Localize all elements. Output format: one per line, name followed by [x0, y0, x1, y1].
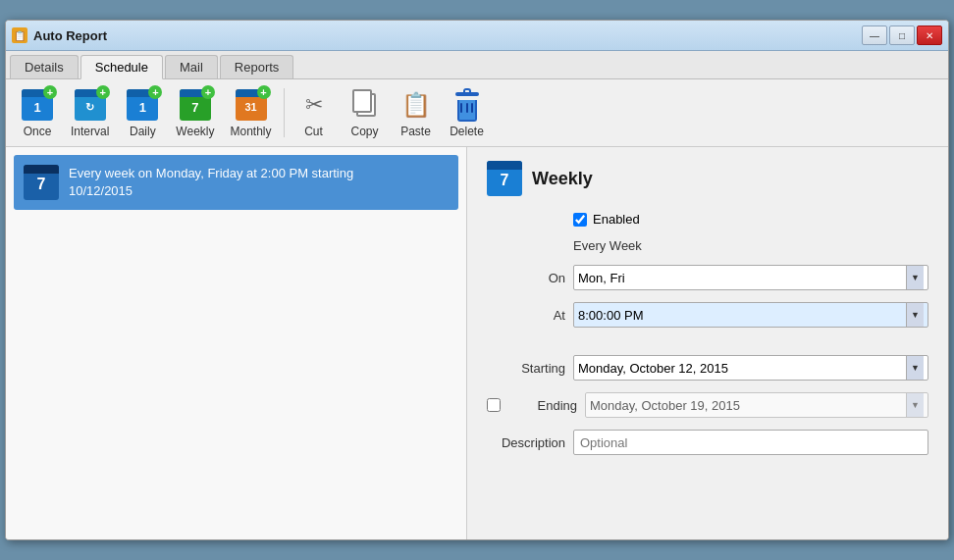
copy-label: Copy: [351, 125, 379, 138]
trash-icon: [453, 91, 481, 119]
copy-button[interactable]: Copy: [342, 83, 389, 142]
title-controls: — □ ✕: [862, 25, 942, 45]
description-row: Description: [487, 430, 928, 455]
ending-label: Ending: [506, 398, 577, 413]
title-bar-left: 📋 Auto Report: [12, 27, 107, 43]
interval-plus-icon: +: [96, 85, 110, 99]
ending-dropdown-arrow: ▼: [906, 393, 924, 417]
once-button[interactable]: 1 + Once: [14, 83, 61, 142]
enabled-checkbox[interactable]: [573, 213, 587, 227]
app-icon: 📋: [12, 27, 27, 43]
delete-button[interactable]: Delete: [444, 83, 491, 142]
once-label: Once: [24, 125, 52, 138]
monthly-icon-container: 31 +: [234, 87, 269, 123]
weekly-button[interactable]: 7 + Weekly: [170, 83, 220, 142]
starting-label: Starting: [487, 361, 565, 376]
schedule-item-text: Every week on Monday, Friday at 2:00 PM …: [69, 165, 353, 200]
tab-schedule[interactable]: Schedule: [80, 55, 163, 79]
right-panel: 7 Weekly Enabled Every Week On Mon, Fri …: [467, 147, 948, 539]
spacer: [487, 339, 928, 355]
interval-label: Interval: [71, 125, 109, 138]
toolbar-separator-1: [284, 88, 285, 137]
every-week-label: Every Week: [573, 238, 642, 253]
daily-icon-container: 1 +: [125, 87, 160, 123]
on-dropdown-value: Mon, Fri: [578, 271, 906, 285]
at-dropdown[interactable]: 8:00:00 PM ▼: [573, 302, 928, 328]
schedule-item-line2: 10/12/2015: [69, 183, 132, 198]
maximize-button[interactable]: □: [889, 25, 915, 45]
once-plus-icon: +: [43, 85, 57, 99]
description-label: Description: [487, 435, 565, 450]
section-header: 7 Weekly: [487, 161, 928, 196]
copy-icon-container: [347, 87, 383, 123]
starting-dropdown[interactable]: Monday, October 12, 2015 ▼: [573, 355, 928, 381]
schedule-item-line1: Every week on Monday, Friday at 2:00 PM …: [69, 166, 353, 180]
copy-front: [352, 89, 372, 113]
minimize-button[interactable]: —: [862, 25, 887, 45]
window-title: Auto Report: [33, 28, 107, 43]
starting-group: Starting Monday, October 12, 2015 ▼: [487, 355, 928, 381]
paste-icon-container: 📋: [398, 87, 434, 123]
ending-row: Ending Monday, October 19, 2015 ▼: [487, 392, 928, 418]
main-content: 7 Every week on Monday, Friday at 2:00 P…: [6, 147, 948, 539]
paste-button[interactable]: 📋 Paste: [393, 83, 440, 142]
on-label: On: [487, 271, 565, 285]
monthly-plus-icon: +: [257, 85, 271, 99]
daily-plus-icon: +: [148, 85, 162, 99]
toolbar: 1 + Once ↻ + Interval 1 + Da: [6, 79, 948, 147]
tabs-bar: Details Schedule Mail Reports: [6, 51, 948, 79]
title-bar: 📋 Auto Report — □ ✕: [6, 21, 948, 51]
delete-label: Delete: [450, 125, 484, 138]
left-panel: 7 Every week on Monday, Friday at 2:00 P…: [6, 147, 467, 539]
ending-checkbox-area: Ending: [487, 398, 577, 413]
delete-icon-container: [450, 87, 485, 123]
ending-dropdown-value: Monday, October 19, 2015: [590, 398, 906, 413]
weekly-plus-icon: +: [201, 85, 215, 99]
monthly-button[interactable]: 31 + Monthly: [224, 83, 277, 142]
section-title: Weekly: [532, 169, 593, 189]
cut-label: Cut: [304, 125, 323, 138]
enabled-row: Enabled: [573, 212, 928, 227]
schedule-item-icon-num: 7: [37, 176, 46, 193]
copy-icon: [351, 89, 379, 121]
monthly-label: Monthly: [230, 125, 271, 138]
at-label: At: [487, 308, 565, 323]
starting-dropdown-arrow: ▼: [906, 356, 924, 380]
interval-button[interactable]: ↻ + Interval: [65, 83, 115, 142]
every-week-row: Every Week: [573, 238, 928, 253]
once-icon-container: 1 +: [20, 87, 55, 123]
schedule-list-item[interactable]: 7 Every week on Monday, Friday at 2:00 P…: [14, 155, 458, 210]
on-group: On Mon, Fri ▼: [487, 265, 928, 290]
description-input[interactable]: [573, 430, 928, 455]
weekly-icon-container: 7 +: [178, 87, 213, 123]
section-calendar-icon: 7: [487, 161, 522, 196]
at-dropdown-arrow: ▼: [906, 303, 924, 327]
cut-icon-container: ✂: [296, 87, 332, 123]
tab-mail[interactable]: Mail: [165, 55, 218, 78]
section-icon-num: 7: [501, 172, 509, 189]
tab-details[interactable]: Details: [10, 55, 79, 78]
daily-button[interactable]: 1 + Daily: [119, 83, 166, 142]
interval-icon-container: ↻ +: [73, 87, 108, 123]
paste-label: Paste: [400, 125, 431, 138]
ending-checkbox[interactable]: [487, 398, 501, 412]
at-group: At 8:00:00 PM ▼: [487, 302, 928, 328]
tab-reports[interactable]: Reports: [220, 55, 294, 78]
cut-button[interactable]: ✂ Cut: [291, 83, 338, 142]
paste-icon: 📋: [401, 91, 431, 119]
on-dropdown-arrow: ▼: [906, 266, 924, 289]
close-button[interactable]: ✕: [917, 25, 942, 45]
starting-dropdown-value: Monday, October 12, 2015: [578, 361, 906, 376]
ending-dropdown[interactable]: Monday, October 19, 2015 ▼: [585, 392, 928, 418]
main-window: 📋 Auto Report — □ ✕ Details Schedule Mai…: [5, 20, 949, 540]
schedule-item-calendar-icon: 7: [24, 165, 59, 200]
daily-label: Daily: [130, 125, 156, 138]
on-dropdown[interactable]: Mon, Fri ▼: [573, 265, 928, 290]
at-dropdown-value: 8:00:00 PM: [578, 308, 906, 323]
weekly-label: Weekly: [176, 125, 214, 138]
scissors-icon: ✂: [305, 92, 323, 118]
enabled-label: Enabled: [593, 212, 640, 227]
